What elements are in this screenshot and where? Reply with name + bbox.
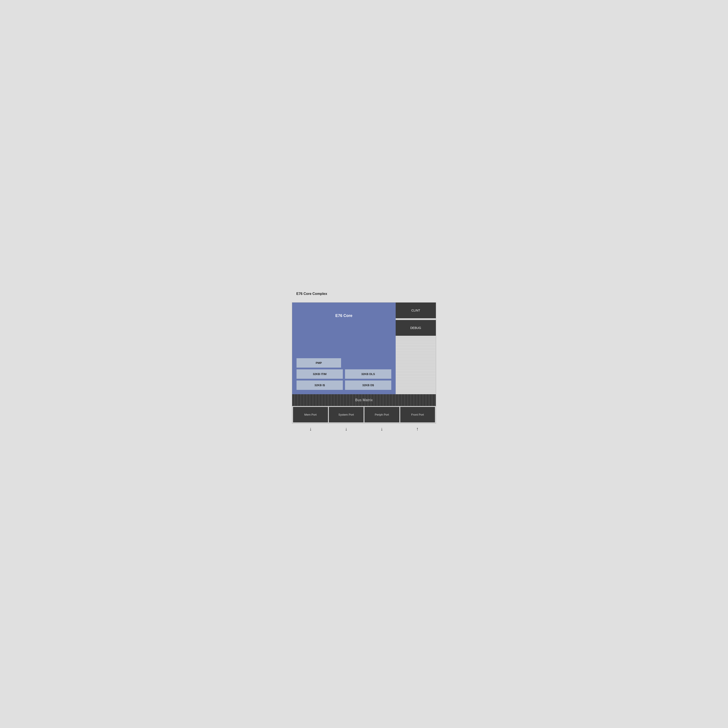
right-striped-area xyxy=(395,336,436,394)
pmp-block: PMP xyxy=(297,358,341,368)
right-column: CLINT DEBUG xyxy=(395,303,436,394)
dcache-block: 32KB D$ xyxy=(345,381,391,390)
front-arrow: ↑ xyxy=(400,426,435,432)
e76-core-label: E76 Core xyxy=(292,303,395,356)
itim-block: 32KB ITIM xyxy=(297,369,343,379)
page-container: E76 Core Complex E76 Core PMP 3 xyxy=(288,283,440,445)
clint-block: CLINT xyxy=(395,303,436,318)
arrows-row: ↓ ↓ ↓ ↑ xyxy=(292,426,436,432)
front-port: Front Port xyxy=(400,407,435,422)
pmp-row: PMP xyxy=(297,358,391,368)
mem-arrow: ↓ xyxy=(293,426,328,432)
system-arrow: ↓ xyxy=(328,426,364,432)
dls-block: 32KB DLS xyxy=(345,369,391,379)
mem-port: Mem Port xyxy=(293,407,328,422)
e76-core-block: E76 Core PMP 32KB ITIM 32KB DLS xyxy=(292,303,395,394)
icache-block: 32KB I$ xyxy=(297,381,343,390)
top-section: E76 Core PMP 32KB ITIM 32KB DLS xyxy=(292,303,436,394)
page-title: E76 Core Complex xyxy=(296,292,436,296)
core-sub-blocks: PMP 32KB ITIM 32KB DLS 32KB I$ 32KB D$ xyxy=(292,356,395,394)
periph-port: Periph Port xyxy=(365,407,399,422)
system-port: System Port xyxy=(329,407,364,422)
cache-row: 32KB I$ 32KB D$ xyxy=(297,381,391,390)
itim-dls-row: 32KB ITIM 32KB DLS xyxy=(297,369,391,379)
debug-block: DEBUG xyxy=(395,320,436,336)
diagram: E76 Core PMP 32KB ITIM 32KB DLS xyxy=(292,302,436,432)
outer-box: E76 Core PMP 32KB ITIM 32KB DLS xyxy=(292,302,436,424)
ports-row: Mem Port System Port Periph Port Front P… xyxy=(292,406,436,423)
bus-matrix: Bus Matrix xyxy=(292,394,436,406)
periph-arrow: ↓ xyxy=(364,426,400,432)
